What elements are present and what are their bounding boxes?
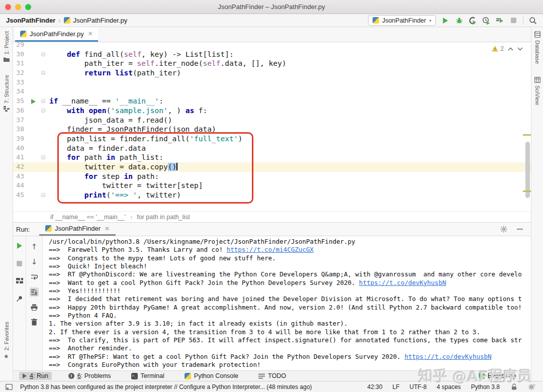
- code-line[interactable]: 32 return list(path_iter): [13, 68, 531, 78]
- fold-marker-icon[interactable]: [41, 193, 45, 197]
- scroll-to-end-button[interactable]: [30, 287, 39, 297]
- python-icon: [373, 17, 379, 24]
- previous-problem-icon[interactable]: [508, 47, 513, 51]
- gutter: [24, 134, 49, 144]
- code-line[interactable]: 39 path_list = finder.find_all('full_tex…: [13, 134, 531, 144]
- run-with-coverage-button[interactable]: [469, 17, 477, 25]
- code-line[interactable]: 43 for step in path:: [13, 172, 531, 181]
- toolbar-separator: [523, 17, 523, 25]
- warning-stripe-mark[interactable]: [523, 134, 531, 136]
- execute-selection-button[interactable]: [496, 17, 504, 25]
- caret-position[interactable]: 42:30: [368, 383, 383, 390]
- toolwindow-stripe-button[interactable]: 2: Favorites★: [4, 322, 10, 360]
- code-line[interactable]: 33: [13, 78, 531, 87]
- code-line[interactable]: 42 twitter = data.copy(): [13, 162, 531, 172]
- console-output[interactable]: /usr/local/bin/python3.8 /Users/kingname…: [43, 236, 531, 370]
- macos-titlebar: JsonPathFinder – JsonPathFinder.py: [0, 0, 543, 14]
- breadcrumb-project[interactable]: JsonPathFinder: [6, 17, 55, 24]
- run-toolbar-primary: [13, 236, 26, 370]
- favorites-icon: ★: [4, 353, 9, 360]
- breadcrumb-main-block[interactable]: if __name__ == '__main__': [50, 214, 126, 221]
- next-problem-icon[interactable]: [517, 47, 523, 51]
- inspection-widget[interactable]: 2: [492, 45, 523, 52]
- code-line[interactable]: 29: [13, 42, 531, 50]
- code-line[interactable]: 37 json_data = f.read(): [13, 116, 531, 125]
- line-number: 40: [13, 144, 24, 153]
- status-bar: Python 3.8 has been configured as the pr…: [0, 381, 543, 392]
- toolwindow-button[interactable]: >_Terminal: [128, 372, 168, 380]
- stop-button[interactable]: [509, 17, 517, 25]
- toolwindow-button[interactable]: !6: Problems: [65, 372, 115, 380]
- code-line[interactable]: 45 print('==> ', twitter): [13, 190, 531, 200]
- code-line[interactable]: 30 def find_all(self, key) -> List[list]…: [13, 50, 531, 59]
- toolwindow-button[interactable]: TODO: [255, 372, 290, 380]
- fold-marker-icon[interactable]: [41, 155, 45, 159]
- code-line[interactable]: 44 twitter = twitter[step]: [13, 181, 531, 190]
- run-line-icon[interactable]: [31, 99, 36, 104]
- line-number: 35: [13, 96, 24, 106]
- toolwindow-stripe-button[interactable]: SciView: [534, 77, 540, 105]
- toolwindow-stripe-button[interactable]: 1: Project: [4, 31, 10, 62]
- readonly-lock-icon[interactable]: [510, 383, 518, 391]
- breadcrumb-for-loop[interactable]: for path in path_list: [137, 214, 190, 221]
- restore-layout-button[interactable]: [15, 276, 24, 285]
- stop-button[interactable]: [15, 259, 24, 268]
- profile-button[interactable]: [482, 17, 490, 25]
- event-log-button[interactable]: Event Log: [479, 372, 516, 379]
- search-everywhere-icon[interactable]: [529, 17, 537, 25]
- run-tab[interactable]: JsonPathFinder ✕: [39, 223, 116, 236]
- editor-scrollbar[interactable]: [525, 142, 530, 198]
- toolwindow-stripe-button[interactable]: 7: Structure: [4, 75, 10, 112]
- console-link[interactable]: https://t.co/devKyhusbN: [404, 353, 491, 360]
- clear-all-button[interactable]: [30, 318, 39, 327]
- text-caret: [176, 163, 177, 170]
- up-stack-trace-button[interactable]: ↑: [30, 242, 39, 251]
- close-tab-icon[interactable]: ✕: [88, 30, 93, 37]
- line-number: 33: [13, 78, 24, 87]
- code-line[interactable]: 41 for path in path_list:: [13, 153, 531, 162]
- console-link[interactable]: https://t.co/mi4CGZucGX: [227, 246, 314, 253]
- code-line[interactable]: 34: [13, 87, 531, 96]
- pin-tab-button[interactable]: [15, 294, 24, 303]
- code-text: def find_all(self, key) -> List[list]:: [49, 50, 234, 59]
- fold-marker-icon[interactable]: [41, 99, 45, 103]
- navigation-bar: JsonPathFinder › JsonPathFinder.py JsonP…: [0, 14, 543, 27]
- run-button[interactable]: [441, 17, 449, 25]
- code-text: twitter = twitter[step]: [49, 181, 203, 190]
- settings-gear-icon[interactable]: [500, 225, 508, 233]
- help-gear-icon[interactable]: ?: [528, 383, 536, 391]
- toolwindow-button-label: TODO: [268, 372, 286, 379]
- rerun-button[interactable]: [15, 241, 24, 250]
- code-editor[interactable]: 2930 def find_all(self, key) -> List[lis…: [13, 42, 531, 211]
- fold-marker-icon[interactable]: [41, 52, 45, 56]
- code-text: for path in path_list:: [49, 153, 163, 162]
- debug-button[interactable]: [455, 17, 463, 25]
- fold-marker-icon[interactable]: [41, 71, 45, 75]
- interpreter[interactable]: Python 3.8: [471, 383, 500, 390]
- code-line[interactable]: 38 finder = JsonPathFinder(json_data): [13, 125, 531, 134]
- code-line[interactable]: 31 path_iter = self.iter_node(self.data,…: [13, 59, 531, 68]
- close-tab-icon[interactable]: ✕: [105, 225, 110, 232]
- hide-panel-icon[interactable]: [517, 229, 523, 230]
- code-line[interactable]: 40 data = finder.data: [13, 144, 531, 153]
- breadcrumb-file[interactable]: JsonPathFinder.py: [73, 17, 128, 24]
- code-line[interactable]: 35if __name__ == '__main__':: [13, 96, 531, 106]
- editor-tab[interactable]: JsonPathFinder.py ✕: [15, 27, 98, 42]
- toolwindow-button[interactable]: Python Console: [181, 372, 242, 380]
- warning-stripe-mark[interactable]: [523, 190, 531, 192]
- down-stack-trace-button[interactable]: ↓: [30, 257, 39, 266]
- file-encoding[interactable]: UTF-8: [410, 383, 427, 390]
- soft-wrap-button[interactable]: [30, 272, 39, 281]
- gutter: [24, 162, 49, 172]
- run-configuration-select[interactable]: JsonPathFinder ▾: [368, 15, 436, 26]
- line-separator[interactable]: LF: [393, 383, 400, 390]
- toolwindow-stripe-button[interactable]: Database: [534, 31, 540, 64]
- fold-marker-icon[interactable]: [41, 109, 45, 113]
- toolwindow-button[interactable]: 4: Run: [19, 372, 52, 380]
- console-link[interactable]: https://t.co/devKyhusbN: [359, 279, 446, 286]
- print-button[interactable]: [30, 303, 39, 312]
- code-line[interactable]: 36 with open('sample.json', ) as f:: [13, 106, 531, 116]
- status-message[interactable]: Python 3.8 has been configured as the pr…: [20, 383, 368, 390]
- toolwindow-toggle-icon[interactable]: [5, 383, 13, 391]
- indent-style[interactable]: 4 spaces: [437, 383, 461, 390]
